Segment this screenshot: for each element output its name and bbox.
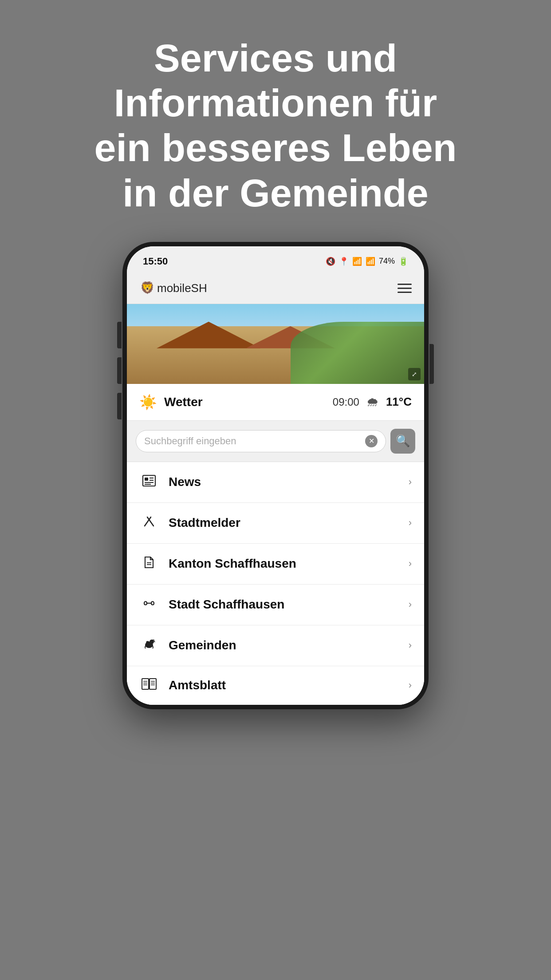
mute-icon: 🔇 — [326, 257, 335, 266]
phone-screen: 15:50 🔇 📍 📶 📶 74% 🔋 🦁 mobileSH — [127, 246, 424, 705]
menu-item-gemeinden[interactable]: Gemeinden › — [127, 625, 424, 666]
battery-icon: 🔋 — [398, 257, 408, 266]
battery-label: 74% — [379, 257, 395, 266]
search-icon: 🔍 — [396, 434, 410, 448]
search-input-wrap: Suchbegriff eingeben ✕ — [136, 430, 386, 452]
menu-item-stadt[interactable]: Stadt Schaffhausen › — [127, 585, 424, 625]
menu-item-stadtmelder-label: Stadtmelder — [169, 516, 399, 530]
news-chevron-icon: › — [409, 476, 412, 488]
hero-image: ⤢ — [127, 304, 424, 384]
svg-rect-14 — [142, 679, 149, 689]
status-time: 15:50 — [143, 256, 168, 267]
menu-item-stadtmelder[interactable]: Stadtmelder › — [127, 503, 424, 544]
weather-label: Wetter — [164, 395, 326, 409]
search-placeholder-text: Suchbegriff eingeben — [144, 435, 362, 447]
gemeinden-icon — [139, 637, 159, 654]
weather-time: 09:00 — [333, 396, 359, 408]
menu-item-news-label: News — [169, 475, 399, 489]
stadt-chevron-icon: › — [409, 599, 412, 610]
headline-line3: ein besseres Leben — [94, 126, 457, 170]
stadt-icon — [139, 596, 159, 613]
stadtmelder-icon — [139, 514, 159, 532]
stadtmelder-chevron-icon: › — [409, 517, 412, 529]
menu-item-stadt-label: Stadt Schaffhausen — [169, 597, 399, 612]
kanton-chevron-icon: › — [409, 558, 412, 569]
hero-ivy — [291, 322, 425, 384]
weather-temperature: 11°C — [386, 395, 412, 409]
weather-bar[interactable]: ☀️ Wetter 09:00 🌧 11°C — [127, 384, 424, 421]
amtsblatt-icon — [139, 678, 159, 693]
page-headline: Services und Informationen für ein besse… — [0, 0, 551, 242]
search-clear-button[interactable]: ✕ — [365, 435, 378, 447]
menu-item-amtsblatt[interactable]: Amtsblatt › — [127, 666, 424, 705]
phone-shell: 15:50 🔇 📍 📶 📶 74% 🔋 🦁 mobileSH — [122, 242, 429, 709]
fullscreen-button[interactable]: ⤢ — [408, 368, 421, 380]
app-header: 🦁 mobileSH — [127, 273, 424, 304]
svg-rect-2 — [145, 478, 148, 481]
menu-item-news[interactable]: News › — [127, 462, 424, 503]
status-bar: 15:50 🔇 📍 📶 📶 74% 🔋 — [127, 246, 424, 273]
headline-line2: Informationen für — [114, 81, 437, 125]
svg-point-13 — [150, 640, 154, 644]
headline-line1: Services und — [154, 36, 397, 80]
menu-list: News › Stadtmelder › — [127, 462, 424, 705]
hamburger-menu[interactable] — [398, 284, 412, 293]
headline-line4: in der Gemeinde — [122, 171, 429, 215]
signal-icon: 📶 — [366, 257, 375, 266]
svg-text:🦁: 🦁 — [140, 281, 154, 294]
menu-item-gemeinden-label: Gemeinden — [169, 638, 399, 652]
menu-item-amtsblatt-label: Amtsblatt — [169, 678, 399, 692]
sun-icon: ☀️ — [139, 394, 157, 411]
search-bar: Suchbegriff eingeben ✕ 🔍 — [127, 421, 424, 462]
app-logo: 🦁 mobileSH — [139, 279, 207, 297]
news-icon — [139, 474, 159, 491]
menu-item-kanton-label: Kanton Schaffhausen — [169, 557, 399, 571]
status-icons: 🔇 📍 📶 📶 74% 🔋 — [326, 257, 408, 266]
menu-item-kanton[interactable]: Kanton Schaffhausen › — [127, 544, 424, 585]
amtsblatt-chevron-icon: › — [409, 680, 412, 691]
search-button[interactable]: 🔍 — [390, 429, 415, 454]
app-logo-text: mobileSH — [157, 281, 207, 295]
wifi-icon: 📶 — [352, 257, 362, 266]
cloud-rain-icon: 🌧 — [366, 395, 379, 409]
location-icon: 📍 — [339, 257, 349, 266]
gemeinden-chevron-icon: › — [409, 640, 412, 651]
kanton-icon — [139, 555, 159, 573]
app-logo-icon: 🦁 — [139, 279, 154, 297]
svg-rect-15 — [150, 679, 156, 689]
